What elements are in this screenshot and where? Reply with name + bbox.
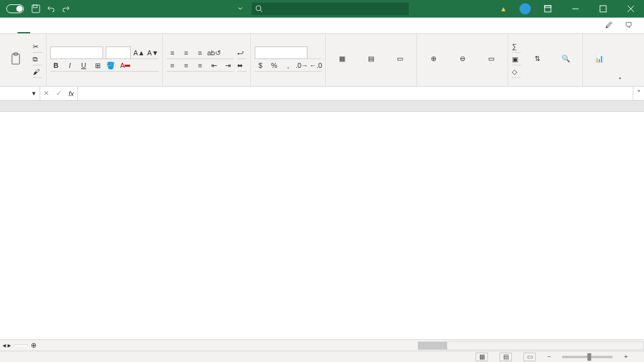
fill-button[interactable]: ▣ <box>512 54 521 65</box>
underline-button[interactable]: U <box>78 60 89 71</box>
prev-sheet-icon[interactable]: ◂ <box>3 341 6 349</box>
font-name-select[interactable] <box>50 47 103 59</box>
group-styles: ▦ ▤ ▭ <box>326 34 417 86</box>
sheet-tab-bar: ◂ ▸ ⊕ <box>0 339 644 351</box>
comma-icon[interactable]: , <box>282 60 294 71</box>
spreadsheet-grid[interactable] <box>0 101 644 339</box>
expand-formula-bar-icon[interactable]: ˅ <box>633 87 644 100</box>
zoom-in-icon[interactable]: + <box>624 353 628 360</box>
align-center-icon[interactable]: ≡ <box>180 60 192 71</box>
align-bottom-icon[interactable]: ≡ <box>194 47 206 58</box>
svg-point-2 <box>256 6 261 11</box>
clear-button[interactable]: ◇ <box>512 67 521 78</box>
tab-review[interactable] <box>93 27 106 33</box>
page-layout-view-icon[interactable]: ▤ <box>499 353 512 361</box>
autosum-button[interactable]: ∑ <box>512 41 521 53</box>
font-size-select[interactable] <box>106 47 131 59</box>
close-icon[interactable] <box>620 0 641 18</box>
document-title[interactable] <box>235 6 243 11</box>
align-top-icon[interactable]: ≡ <box>167 47 178 58</box>
zoom-slider[interactable] <box>562 356 613 358</box>
new-sheet-icon[interactable]: ⊕ <box>28 341 39 349</box>
decrease-decimal-icon[interactable]: ←.0 <box>310 60 321 71</box>
align-left-icon[interactable]: ≡ <box>167 60 178 71</box>
border-button[interactable]: ⊞ <box>92 60 103 71</box>
find-select-button[interactable]: 🔍 <box>553 41 579 79</box>
next-sheet-icon[interactable]: ▸ <box>8 341 11 349</box>
decrease-font-icon[interactable]: A▼ <box>147 47 158 58</box>
warning-icon[interactable]: ▲ <box>500 5 507 13</box>
align-middle-icon[interactable]: ≡ <box>180 47 192 58</box>
align-right-icon[interactable]: ≡ <box>194 60 206 71</box>
zoom-out-icon[interactable]: − <box>547 353 551 360</box>
tab-draw[interactable] <box>43 27 55 33</box>
merge-center-button[interactable]: ⬌ <box>237 60 247 72</box>
wrap-icon: ⮐ <box>237 49 244 57</box>
comments-button[interactable]: 🗨 <box>619 18 639 33</box>
horizontal-scrollbar[interactable] <box>418 341 644 350</box>
group-editing: ∑ ▣ ◇ ⇅ 🔍 <box>508 34 583 86</box>
increase-font-icon[interactable]: A▲ <box>133 47 145 58</box>
sheet-tab[interactable] <box>14 344 28 346</box>
fill-color-button[interactable]: 🪣 <box>106 60 117 71</box>
tab-page-layout[interactable] <box>55 27 68 33</box>
undo-icon[interactable] <box>45 3 57 14</box>
wrap-text-button[interactable]: ⮐ <box>237 48 247 59</box>
fx-icon[interactable]: fx <box>69 90 74 97</box>
tab-view[interactable] <box>106 27 118 33</box>
font-color-button[interactable]: A <box>119 60 131 71</box>
format-painter-button[interactable]: 🖌 <box>33 67 42 78</box>
tab-help[interactable] <box>118 27 131 33</box>
minimize-icon[interactable] <box>565 0 586 18</box>
format-as-table-button[interactable]: ▤ <box>358 41 384 79</box>
enter-formula-icon[interactable]: ✓ <box>56 89 62 97</box>
group-number: $ % , .0→ ←.0 <box>251 34 326 86</box>
maximize-icon[interactable] <box>592 0 614 18</box>
group-cells: ⊕ ⊖ ▭ <box>417 34 508 86</box>
svg-rect-5 <box>600 6 606 12</box>
merge-icon: ⬌ <box>237 62 243 70</box>
tab-file[interactable] <box>5 27 18 33</box>
avatar[interactable] <box>519 3 531 14</box>
sort-filter-button[interactable]: ⇅ <box>525 41 550 79</box>
indent-decrease-icon[interactable]: ⇤ <box>208 60 219 71</box>
normal-view-icon[interactable]: ▦ <box>475 353 488 361</box>
group-analysis: 📊 <box>583 34 616 86</box>
redo-icon[interactable] <box>60 3 72 14</box>
formula-input[interactable] <box>78 87 633 100</box>
insert-cells-button[interactable]: ⊕ <box>421 41 446 79</box>
cancel-formula-icon[interactable]: ✕ <box>43 89 49 97</box>
paste-button[interactable] <box>4 41 29 79</box>
tab-data[interactable] <box>80 27 93 33</box>
svg-rect-1 <box>33 5 37 8</box>
cut-button[interactable]: ✂ <box>33 41 42 53</box>
increase-decimal-icon[interactable]: .0→ <box>296 60 308 71</box>
currency-icon[interactable]: $ <box>255 60 266 71</box>
delete-cells-button[interactable]: ⊖ <box>450 41 475 79</box>
share-button[interactable]: 🖉 <box>599 18 619 33</box>
number-format-select[interactable] <box>255 47 308 59</box>
indent-increase-icon[interactable]: ⇥ <box>222 60 233 71</box>
tab-formulas[interactable] <box>68 27 80 33</box>
cell-styles-button[interactable]: ▭ <box>387 41 413 79</box>
tab-insert[interactable] <box>30 27 43 33</box>
name-box[interactable]: ▾ <box>0 87 40 100</box>
group-clipboard: ✂ ⧉ 🖌 <box>0 34 47 86</box>
search-box[interactable] <box>252 3 409 15</box>
orientation-icon[interactable]: ab↺ <box>208 47 219 58</box>
copy-button[interactable]: ⧉ <box>33 54 42 65</box>
page-break-view-icon[interactable]: ▭ <box>523 353 536 361</box>
bold-button[interactable]: B <box>50 60 62 71</box>
autosave-toggle[interactable] <box>4 4 26 13</box>
chevron-down-icon: ▾ <box>32 89 36 97</box>
ribbon-display-icon[interactable] <box>537 0 558 18</box>
tab-home[interactable] <box>18 27 30 33</box>
percent-icon[interactable]: % <box>269 60 280 71</box>
italic-button[interactable]: I <box>64 60 75 71</box>
format-cells-button[interactable]: ▭ <box>479 41 504 79</box>
conditional-formatting-button[interactable]: ▦ <box>330 41 355 79</box>
save-icon[interactable] <box>30 3 42 14</box>
svg-rect-4 <box>545 6 551 8</box>
collapse-ribbon-icon[interactable]: ˄ <box>616 34 625 86</box>
analyze-data-button[interactable]: 📊 <box>587 41 612 79</box>
